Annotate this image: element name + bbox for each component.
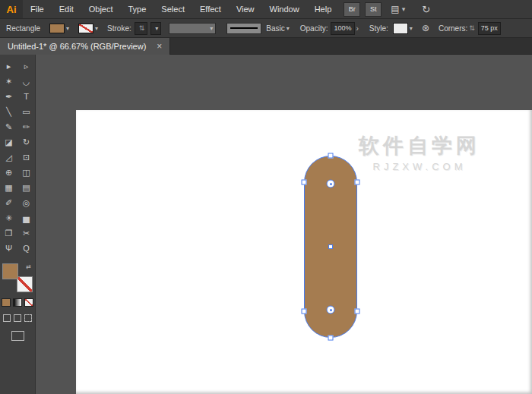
illustrator-window: Ai File Edit Object Type Select Effect V… bbox=[0, 0, 532, 394]
opacity-input[interactable]: 100% bbox=[331, 22, 354, 35]
fill-indicator-swatch[interactable] bbox=[2, 263, 18, 279]
stroke-indicator-swatch[interactable] bbox=[17, 276, 33, 292]
brush-stroke-line bbox=[230, 27, 258, 29]
stroke-weight-dropdown[interactable]: ▾ bbox=[150, 22, 161, 35]
menu-view[interactable]: View bbox=[229, 0, 262, 18]
width-profile-dropdown[interactable]: ▾ bbox=[169, 23, 216, 34]
none-button[interactable] bbox=[24, 298, 33, 307]
chevron-down-icon: ▾ bbox=[402, 5, 406, 13]
draw-behind-button[interactable] bbox=[14, 314, 21, 322]
selection-tool-button[interactable]: ▸ bbox=[0, 58, 17, 74]
screen-mode-button[interactable] bbox=[11, 331, 24, 341]
mesh-tool-button[interactable]: ▦ bbox=[0, 180, 17, 195]
corner-radius-widget-top[interactable] bbox=[327, 180, 335, 188]
lasso-tool-button[interactable]: ◡ bbox=[17, 74, 35, 89]
menu-file[interactable]: File bbox=[23, 0, 52, 18]
stroke-weight-input[interactable]: ⇅ bbox=[135, 22, 148, 35]
menu-effect[interactable]: Effect bbox=[192, 0, 229, 18]
pen-tool-button[interactable]: ✒ bbox=[0, 89, 17, 104]
paintbrush-tool-button[interactable]: ✎ bbox=[0, 119, 17, 134]
app-logo[interactable]: Ai bbox=[0, 0, 23, 18]
column-graph-tool-button[interactable]: ▅ bbox=[17, 210, 35, 225]
symbol-sprayer-tool-button[interactable]: ✳ bbox=[0, 210, 17, 225]
opacity-label: Opacity: bbox=[300, 24, 328, 33]
recolor-artwork-icon[interactable]: ⊛ bbox=[422, 23, 429, 33]
fill-color-swatch[interactable] bbox=[49, 24, 65, 33]
magic-wand-tool-button[interactable]: ✶ bbox=[0, 74, 17, 89]
stroke-color-swatch[interactable] bbox=[78, 24, 93, 33]
slice-tool-button[interactable]: ✂ bbox=[17, 225, 35, 241]
tools-grid: ▸ ▹ ✶ ◡ ✒ T ╲ ▭ ✎ ✏ ◪ ↻ ◿ ⊡ ⊕ ◫ ▦ ▤ ✐ ◎ … bbox=[0, 55, 35, 256]
blend-tool-button[interactable]: ◎ bbox=[17, 195, 35, 210]
corners-value: 75 px bbox=[481, 24, 498, 32]
corner-radius-widget-bottom[interactable] bbox=[327, 306, 335, 314]
menu-bar: Ai File Edit Object Type Select Effect V… bbox=[0, 0, 532, 19]
menu-select[interactable]: Select bbox=[154, 0, 192, 18]
draw-normal-button[interactable] bbox=[3, 314, 11, 322]
gradient-button[interactable] bbox=[13, 298, 22, 307]
draw-inside-button[interactable] bbox=[24, 314, 32, 322]
stepper-icon[interactable]: ⇅ bbox=[139, 24, 145, 32]
corners-label: Corners: bbox=[439, 24, 467, 33]
stock-button[interactable]: St bbox=[365, 2, 382, 17]
workspace-icon: ▤ bbox=[391, 4, 399, 14]
draw-mode-row bbox=[0, 314, 35, 322]
menu-edit[interactable]: Edit bbox=[52, 0, 81, 18]
zoom-tool-button[interactable]: Q bbox=[17, 241, 35, 256]
type-tool-button[interactable]: T bbox=[17, 89, 35, 104]
stepper-icon[interactable]: ⇅ bbox=[469, 24, 475, 32]
document-tab-bar: Untitled-1* @ 66.67% (RGB/Preview) × bbox=[0, 38, 532, 55]
document-title: Untitled-1* @ 66.67% (RGB/Preview) bbox=[8, 42, 146, 51]
chevron-down-icon[interactable]: ▾ bbox=[95, 25, 98, 32]
selection-type-label: Rectangle bbox=[6, 24, 40, 33]
anchor-bottom-left[interactable] bbox=[302, 309, 307, 314]
workspace-switcher[interactable]: ▤ ▾ bbox=[391, 4, 405, 14]
menu-window[interactable]: Window bbox=[262, 0, 307, 18]
rectangle-tool-button[interactable]: ▭ bbox=[17, 104, 35, 119]
chevron-down-icon: ▾ bbox=[210, 25, 213, 32]
chevron-down-icon[interactable]: ▾ bbox=[287, 25, 290, 32]
shape-center-point[interactable] bbox=[328, 244, 333, 249]
canvas-area[interactable]: 软件自学网 RJZXW.COM bbox=[36, 55, 532, 394]
hand-tool-button[interactable]: Ψ bbox=[0, 241, 17, 256]
eraser-tool-button[interactable]: ◪ bbox=[0, 134, 17, 150]
color-button[interactable] bbox=[2, 298, 11, 307]
eyedropper-tool-button[interactable]: ✐ bbox=[0, 195, 17, 210]
tools-panel: ▸ ▹ ✶ ◡ ✒ T ╲ ▭ ✎ ✏ ◪ ↻ ◿ ⊡ ⊕ ◫ ▦ ▤ ✐ ◎ … bbox=[0, 55, 36, 394]
anchor-bottom-center[interactable] bbox=[328, 336, 334, 341]
chevron-down-icon[interactable]: ▾ bbox=[66, 25, 69, 32]
direct-selection-tool-button[interactable]: ▹ bbox=[17, 58, 35, 74]
swap-fill-stroke-icon[interactable]: ⇄ bbox=[26, 263, 31, 270]
perspective-grid-tool-button[interactable]: ◫ bbox=[17, 165, 35, 180]
style-label: Style: bbox=[369, 24, 388, 33]
opacity-panel-arrow-icon[interactable]: › bbox=[356, 24, 359, 33]
graphic-style-swatch[interactable] bbox=[393, 23, 408, 34]
document-tab[interactable]: Untitled-1* @ 66.67% (RGB/Preview) × bbox=[0, 38, 170, 55]
brush-preview[interactable] bbox=[226, 23, 261, 34]
close-icon[interactable]: × bbox=[157, 42, 162, 51]
sync-icon[interactable]: ↻ bbox=[422, 4, 430, 15]
bridge-button[interactable]: Br bbox=[344, 2, 360, 17]
anchor-top-center[interactable] bbox=[328, 153, 334, 159]
free-transform-tool-button[interactable]: ⊡ bbox=[17, 150, 35, 165]
anchor-bottom-right[interactable] bbox=[355, 309, 360, 314]
anchor-top-right[interactable] bbox=[355, 180, 360, 185]
menu-type[interactable]: Type bbox=[121, 0, 154, 18]
opacity-value: 100% bbox=[334, 24, 351, 32]
chevron-down-icon: ▾ bbox=[155, 25, 158, 32]
artboard-tool-button[interactable]: ❐ bbox=[0, 225, 17, 241]
corners-input[interactable]: 75 px bbox=[478, 22, 501, 35]
stroke-label: Stroke: bbox=[107, 24, 131, 33]
anchor-top-left[interactable] bbox=[302, 180, 307, 185]
shape-builder-tool-button[interactable]: ⊕ bbox=[0, 165, 17, 180]
brush-name-label[interactable]: Basic bbox=[266, 24, 284, 33]
rotate-tool-button[interactable]: ↻ bbox=[17, 134, 35, 150]
scale-tool-button[interactable]: ◿ bbox=[0, 150, 17, 165]
pencil-tool-button[interactable]: ✏ bbox=[17, 119, 35, 134]
chevron-down-icon[interactable]: ▾ bbox=[410, 25, 413, 32]
fill-stroke-indicator: ⇄ bbox=[2, 263, 33, 292]
line-segment-tool-button[interactable]: ╲ bbox=[0, 104, 17, 119]
gradient-tool-button[interactable]: ▤ bbox=[17, 180, 35, 195]
menu-object[interactable]: Object bbox=[81, 0, 121, 18]
menu-help[interactable]: Help bbox=[307, 0, 340, 18]
